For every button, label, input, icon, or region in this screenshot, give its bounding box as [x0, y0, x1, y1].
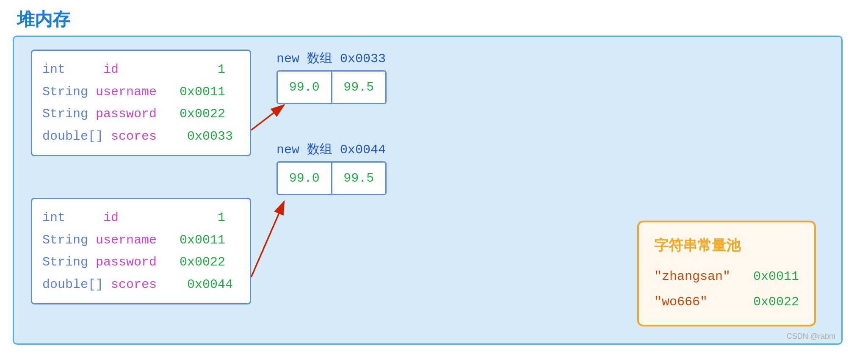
- string-pool: 字符串常量池 "zhangsan" 0x0011 "wo666" 0x0022: [637, 221, 816, 326]
- array1-cell-0: 99.0: [278, 72, 332, 103]
- obj2-row-username: String username 0x0011: [42, 229, 240, 252]
- array2-cell-0: 99.0: [278, 163, 332, 194]
- obj1-row-password: String password 0x0022: [42, 103, 240, 125]
- array1-box: 99.0 99.5: [276, 70, 387, 104]
- array1-cell-1: 99.5: [332, 72, 386, 103]
- string-pool-entry-0: "zhangsan" 0x0011: [654, 264, 799, 289]
- svg-line-2: [251, 202, 284, 277]
- watermark: CSDN @rabm: [787, 332, 835, 341]
- obj1-row-id: int id 1: [42, 58, 240, 81]
- object-box-1: int id 1 String username 0x0011 String p…: [31, 50, 251, 156]
- obj1-row-username: String username 0x0011: [42, 81, 240, 103]
- array-section-2: new 数组 0x0044 99.0 99.5: [276, 141, 387, 195]
- obj2-row-password: String password 0x0022: [42, 251, 240, 274]
- string-pool-entry-1: "wo666" 0x0022: [654, 289, 799, 315]
- array2-box: 99.0 99.5: [276, 161, 387, 195]
- array2-cell-1: 99.5: [332, 163, 386, 194]
- obj2-row-scores: double[] scores 0x0044: [42, 274, 240, 296]
- array1-label: new 数组 0x0033: [276, 50, 387, 67]
- array2-label: new 数组 0x0044: [276, 141, 387, 158]
- array-section-1: new 数组 0x0033 99.0 99.5: [276, 50, 387, 104]
- heap-container: int id 1 String username 0x0011 String p…: [13, 36, 843, 345]
- obj1-row-scores: double[] scores 0x0033: [42, 125, 240, 148]
- object-box-2: int id 1 String username 0x0011 String p…: [31, 198, 251, 304]
- string-pool-title: 字符串常量池: [654, 231, 799, 260]
- page-title: 堆内存: [0, 0, 868, 36]
- svg-line-1: [251, 105, 284, 130]
- obj2-row-id: int id 1: [42, 207, 240, 229]
